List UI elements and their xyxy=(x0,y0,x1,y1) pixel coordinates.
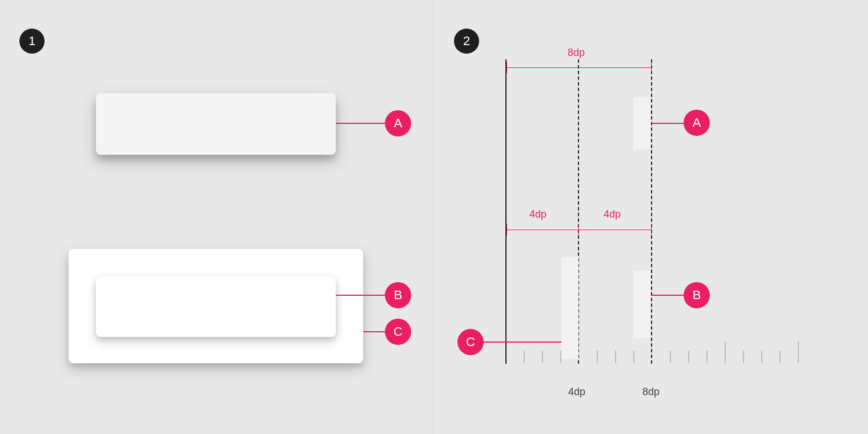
callout-b-label: B xyxy=(394,288,403,303)
measure-cap xyxy=(507,62,507,73)
slab-c xyxy=(561,257,578,359)
callout-a-label: A xyxy=(394,116,403,131)
slab-a xyxy=(633,97,650,150)
measure-label-4dp-right: 4dp xyxy=(604,208,621,220)
surface-a xyxy=(96,93,336,155)
callout-c-label: C xyxy=(393,324,403,339)
measure-label-4dp-left: 4dp xyxy=(529,208,546,220)
callout2-line-a xyxy=(652,123,684,124)
axis-label-8dp: 8dp xyxy=(642,386,660,398)
measure-cap xyxy=(507,224,507,235)
ruler-tick xyxy=(743,351,744,363)
ruler-tick xyxy=(688,351,689,363)
slab-b xyxy=(633,271,650,338)
step-badge-1: 1 xyxy=(19,29,45,54)
surface-b xyxy=(96,276,336,337)
axis-8dp xyxy=(651,59,652,364)
callout-line-b xyxy=(336,295,385,296)
ruler-tick xyxy=(761,351,762,363)
callout-line-a xyxy=(336,123,385,124)
callout2-b: B xyxy=(684,282,710,308)
callout2-line-c xyxy=(484,341,561,343)
step-badge-1-label: 1 xyxy=(29,34,35,49)
axis-label-4dp: 4dp xyxy=(568,386,585,398)
ruler-tick xyxy=(725,341,726,363)
ruler-tick xyxy=(670,351,671,363)
ruler-tick xyxy=(779,351,781,363)
callout2-c-label: C xyxy=(466,335,475,349)
callout2-line-b xyxy=(652,295,684,296)
measure-line-8dp xyxy=(507,67,651,68)
measure-cap xyxy=(651,224,652,235)
step-badge-2-label: 2 xyxy=(463,34,470,49)
ruler-tick xyxy=(597,351,598,363)
measure-label-8dp: 8dp xyxy=(568,47,585,59)
ruler-tick xyxy=(706,351,708,363)
panel-1: 1 A B C xyxy=(0,0,433,434)
callout-c: C xyxy=(385,319,411,345)
axis-0dp xyxy=(505,59,507,364)
callout-line-c xyxy=(363,331,385,332)
ruler-tick xyxy=(542,351,543,363)
callout2-a-label: A xyxy=(693,115,701,130)
ruler-tick xyxy=(615,351,616,363)
step-badge-2: 2 xyxy=(454,29,479,54)
callout2-a: A xyxy=(684,110,710,136)
panel-2: 2 8dp A 4dp 4dp xyxy=(435,0,868,434)
measure-cap xyxy=(578,224,579,235)
callout-a: A xyxy=(385,110,411,136)
callout2-b-label: B xyxy=(693,288,701,303)
measure-cap xyxy=(651,62,652,73)
ruler-tick xyxy=(633,351,634,363)
callout2-c: C xyxy=(457,329,484,355)
callout-b: B xyxy=(385,282,411,308)
ruler-tick xyxy=(524,351,525,363)
ruler-tick xyxy=(798,341,799,363)
